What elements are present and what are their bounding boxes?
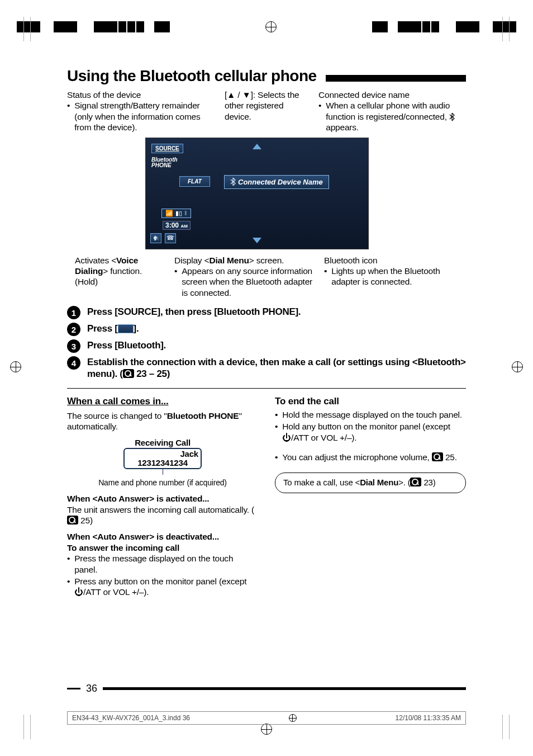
source-button[interactable]: SOURCE [151,144,183,153]
reference-icon [67,516,78,525]
battery-icon: ▮▯ [175,210,182,217]
page-title: Using the Bluetooth cellular phone [67,67,323,85]
step-1-text: Press [SOURCE], then press [Bluetooth PH… [87,306,301,318]
dial-menu-bullet: Appears on any source information screen… [182,266,314,298]
section-divider [67,388,466,389]
status-bullet: Signal strength/Battery remainder (only … [74,100,215,133]
footer-file: EN34-43_KW-AVX726_001A_3.indd 36 [72,714,190,722]
signal-icon: 📶 [165,210,173,217]
flat-button[interactable]: FLAT [179,176,210,187]
down-arrow-button[interactable] [253,238,261,243]
make-call-box: To make a call, use <Dial Menu>. ( 23) [275,472,466,493]
reference-icon [432,452,443,461]
bluetooth-status-icon: ᛒ [184,210,187,216]
bluetooth-audio-icon [449,112,455,120]
auto-answer-on-text: The unit answers the incoming call autom… [67,504,258,526]
answer-call-heading: To answer the incoming call [67,542,258,553]
step-4-text: Establish the connection with a device, … [87,356,466,380]
up-arrow-button[interactable] [253,144,261,149]
status-heading: Status of the device [67,89,215,100]
left-column: When a call comes in... The source is ch… [67,395,258,599]
arrow-callout: [▲ / ▼]: Selects the other registered de… [225,90,299,121]
bt-icon-callout-head: Bluetooth icon [324,255,466,266]
title-rule [326,75,466,82]
auto-answer-off-heading: When <Auto Answer> is deactivated... [67,531,258,542]
bt-icon-callout-bullet: Lights up when the Bluetooth adapter is … [331,266,466,287]
connected-device-button[interactable]: Connected Device Name [224,175,329,189]
screen-diagram: SOURCE Bluetooth PHONE FLAT Connected De… [67,138,466,249]
right-column: To end the call Hold the message display… [275,395,466,599]
power-icon: ⏻ [74,587,83,597]
source-label: Bluetooth PHONE [151,157,178,168]
bluetooth-icon [230,178,236,186]
voice-dial-icon-button[interactable]: 🗣 [150,233,161,243]
power-icon: ⏻ [282,433,291,442]
step-2-text: Press []. [87,323,139,334]
footer-timestamp: 12/10/08 11:33:35 AM [396,714,461,722]
step-number-3: 3 [67,339,80,353]
end-li1: Hold the message displayed on the touch … [282,409,462,420]
dial-menu-callout: Display <Dial Menu> screen. [174,255,314,266]
answer-li1: Press the message displayed on the touch… [74,553,258,575]
page-number-bar: 36 [67,683,466,694]
connected-bullet: When a cellular phone with audio functio… [326,100,466,133]
voice-phone-icon [118,324,134,333]
page-number: 36 [80,683,103,694]
step-number-1: 1 [67,306,80,319]
step-number-2: 2 [67,323,80,336]
end-call-heading: To end the call [275,395,466,407]
status-indicator: 📶 ▮▯ ᛒ [161,209,191,218]
voice-dial-callout: Activates <Voice Dialing> function. (Hol… [75,256,142,287]
bottom-callouts: Activates <Voice Dialing> function. (Hol… [67,255,466,299]
registration-mark-icon [289,714,297,722]
auto-answer-on-heading: When <Auto Answer> is activated... [67,493,258,504]
print-footer: EN34-43_KW-AVX726_001A_3.indd 36 12/10/0… [67,711,466,725]
top-callouts: Status of the device • Signal strength/B… [67,89,466,133]
incoming-call-text: The source is changed to "Bluetooth PHON… [67,410,258,432]
reference-icon [410,478,421,486]
answer-li2: Press any button on the monitor panel (e… [74,576,258,598]
steps-list: 1 Press [SOURCE], then press [Bluetooth … [67,306,466,380]
receiving-call-box: Receiving Call Jack 12312341234 [115,438,210,475]
end-li2: Hold any button on the monitor panel (ex… [282,421,466,443]
step-3-text: Press [Bluetooth]. [87,339,166,351]
callbox-caption: Name and phone number (if acquired) [67,478,258,488]
mic-volume-note: You can adjust the microphone volume, 25… [282,452,457,462]
step-number-4: 4 [67,356,80,370]
clock-display: 3:00 AM [163,221,191,230]
device-screen: SOURCE Bluetooth PHONE FLAT Connected De… [145,138,369,249]
reference-icon [123,369,134,378]
incoming-call-heading: When a call comes in... [67,395,258,407]
dial-menu-icon-button[interactable]: ☎ [165,233,176,243]
connected-heading: Connected device name [318,89,466,100]
